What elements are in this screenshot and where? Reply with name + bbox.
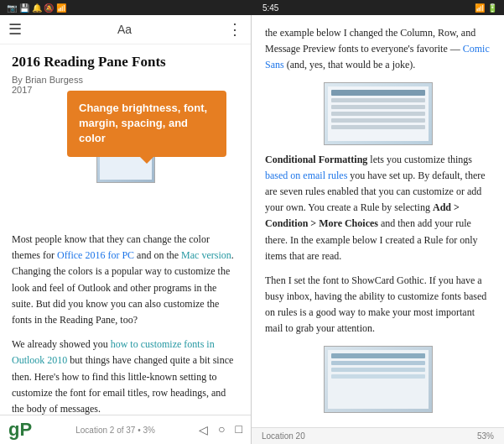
status-time: 5:45 xyxy=(262,3,278,13)
body2-text: We already showed you xyxy=(12,338,111,350)
status-bar: 📷 💾 🔔 🔕 📶 5:45 📶 🔋 xyxy=(0,0,504,15)
left-pane: ☰ Aa ⋮ 2016 Reading Pane Fonts By Brian … xyxy=(0,15,252,444)
back-icon[interactable]: ◁ xyxy=(199,423,208,437)
article-title: 2016 Reading Pane Fonts xyxy=(12,53,239,71)
article-right: the example below I changed the Column, … xyxy=(252,15,504,427)
link-mac-version[interactable]: Mac version xyxy=(181,249,231,261)
bottom-bar-left: gP Location 2 of 37 • 3% ◁ ○ □ xyxy=(0,415,251,444)
menu-icon[interactable]: ☰ xyxy=(8,20,22,39)
home-icon[interactable]: ○ xyxy=(218,423,225,437)
link-email-rules[interactable]: based on email rules xyxy=(265,170,347,181)
location-text-right: Location 20 xyxy=(262,431,305,441)
nav-icons: ◁ ○ □ xyxy=(199,423,242,437)
more-icon[interactable]: ⋮ xyxy=(227,20,242,39)
tooltip-box: Change brightness, font, margin, spacing… xyxy=(67,91,226,157)
conditional-label: Conditional Formatting xyxy=(265,154,367,165)
gp-logo: gP xyxy=(8,419,32,441)
right-body2: lets you customize things xyxy=(367,154,472,165)
top-bar: ☰ Aa ⋮ xyxy=(0,15,251,44)
percent-text-right: 53% xyxy=(477,431,494,441)
main-wrapper: ☰ Aa ⋮ 2016 Reading Pane Fonts By Brian … xyxy=(0,15,504,444)
location-text-left: Location 2 of 37 • 3% xyxy=(75,426,155,435)
right-body1b: (and, yes, that would be a joke). xyxy=(284,59,416,71)
right-body3: Then I set the font to ShowCard Gothic. … xyxy=(265,273,491,337)
article-body-left: Most people know that they can change th… xyxy=(12,232,239,415)
right-body1: the example below I changed the Column, … xyxy=(265,27,475,55)
article-left: 2016 Reading Pane Fonts By Brian Burgess… xyxy=(0,44,251,415)
status-right: 📶 🔋 xyxy=(475,3,497,13)
recents-icon[interactable]: □ xyxy=(236,423,242,437)
status-left: 📷 💾 🔔 🔕 📶 xyxy=(7,3,66,13)
link-office-2016[interactable]: Office 2016 for PC xyxy=(57,249,134,261)
font-icon[interactable]: Aa xyxy=(117,23,132,36)
body1b-text: and on the xyxy=(134,249,181,261)
right-pane: the example below I changed the Column, … xyxy=(252,15,504,444)
screenshot-thumb-1 xyxy=(324,82,433,145)
bottom-bar-right: Location 20 53% xyxy=(252,427,504,444)
screenshot-thumb-2 xyxy=(324,346,433,413)
